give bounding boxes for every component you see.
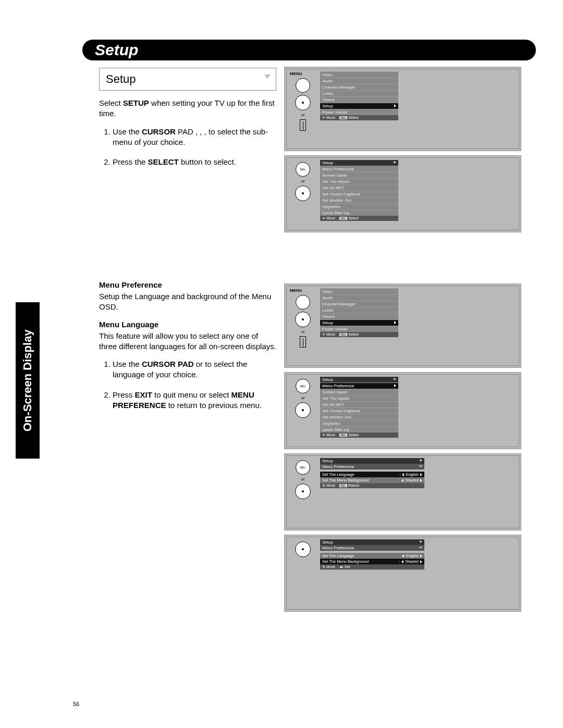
menu-item: Set Closed Captions — [320, 191, 398, 197]
pref-row: Set The Menu Background: Shaded — [320, 559, 424, 564]
arrow-left-icon — [401, 479, 403, 482]
remote-dpad-icon-5 — [295, 484, 311, 499]
menu-item: Set The Inputs — [320, 178, 398, 184]
or-label: or — [290, 113, 316, 117]
menu-item: Timers — [320, 313, 398, 319]
menu-item: Set AV NET — [320, 184, 398, 191]
menu-item: Set The Inputs — [320, 395, 398, 401]
tv-screen-2: SEL or SetupMenu PreferenceScreen SaverS… — [284, 155, 521, 232]
steps-list-1: Use the CURSOR PAD , , , to select the s… — [99, 127, 276, 168]
menu-item: Menu Preference — [320, 382, 398, 389]
menu-header: Setup — [320, 377, 398, 382]
menu-item: Quick Start Up — [320, 209, 398, 216]
menu-item: Screen Saver — [320, 172, 398, 178]
menu-item: Set Monitor Out — [320, 414, 398, 420]
arrow-right-icon — [394, 104, 396, 107]
menu-label: MENU — [290, 71, 316, 76]
menu-item: Channel Manager — [320, 301, 398, 307]
menu-item: Video — [320, 288, 398, 294]
menu-language-heading: Menu Language — [99, 320, 276, 329]
menu-preference-heading: Menu Preference — [99, 280, 276, 289]
arrow-left-icon — [401, 560, 403, 563]
page-header: Setup — [82, 40, 536, 60]
tv-screens-column: MENU or VideoAudioChannel ManagerLocksTi… — [284, 67, 521, 616]
menu-item: Set Closed Captions — [320, 408, 398, 414]
remote-dpad-icon-6 — [295, 541, 311, 557]
menu-item: Set Monitor Out — [320, 197, 398, 203]
arrow-right-icon — [420, 560, 422, 563]
tv-screen-5: SEL or SetupMenu PreferenceSet The Langu… — [284, 453, 521, 530]
remote-menu-button-icon-3 — [296, 295, 310, 310]
remote-dpad-icon-3 — [295, 312, 311, 327]
step2-2: Press EXIT to quit menu or select MENU P… — [113, 390, 276, 411]
menu-item: Screen Saver — [320, 389, 398, 395]
remote-dpad-icon-4 — [295, 402, 311, 418]
menu-footer: ✦ MoveSEL Select — [320, 115, 398, 120]
intro-text: Select SETUP when setting your TV up for… — [99, 98, 276, 119]
menu-item: Setup — [320, 103, 398, 109]
step-2: Press the SELECT button to select. — [113, 157, 276, 167]
menu-preference-text: Setup the Language and background of the… — [99, 291, 276, 313]
side-tab: On-Screen Display — [16, 302, 40, 459]
pref-row: Set The Language: English — [320, 553, 424, 559]
pref-row: Set The Language: English — [320, 472, 424, 477]
menu-item: Setup — [320, 319, 398, 326]
menu-footer: ✦ MoveSEL Select — [320, 332, 398, 337]
menu-item: Menu Preference — [320, 166, 398, 172]
or-label-3: or — [290, 329, 316, 334]
section-title-box: Setup — [99, 68, 276, 91]
menu-footer: ⇅ Move◂▸ Set — [320, 564, 424, 570]
menu-footer: ✦ MoveSEL Select — [320, 216, 398, 221]
header-title: Setup — [95, 41, 138, 59]
menu-header: Setup — [320, 160, 398, 166]
pref-menu-1: SetupMenu PreferenceSet The Language: En… — [320, 458, 424, 488]
menu-item: Upgrades — [320, 420, 398, 426]
remote-menu-button-icon — [296, 78, 310, 93]
menu-item: Video — [320, 71, 398, 78]
tv-screen-1: MENU or VideoAudioChannel ManagerLocksTi… — [284, 67, 521, 151]
triangle-down-icon — [419, 465, 422, 467]
menu-header: Setup — [320, 458, 424, 464]
or-label-5: or — [290, 477, 316, 482]
menu-item: Locks — [320, 307, 398, 313]
step2-1: Use the CURSOR PAD or to select the lang… — [113, 359, 276, 380]
triangle-down-icon — [419, 547, 422, 549]
menu-item: Upgrades — [320, 203, 398, 209]
or-label-2: or — [290, 179, 316, 183]
menu-item: Channel Manager — [320, 84, 398, 90]
arrow-right-icon — [394, 321, 396, 324]
arrow-right-icon — [420, 473, 422, 476]
tv-screen-6: SetupMenu PreferenceSet The Language: En… — [284, 535, 521, 612]
menu-header: Setup — [320, 539, 424, 545]
menu-subheader: Menu Preference — [320, 545, 424, 551]
tv-screen-3: MENU or VideoAudioChannel ManagerLocksTi… — [284, 283, 521, 368]
page-number: 56 — [73, 701, 79, 707]
steps-list-2: Use the CURSOR PAD or to select the lang… — [99, 359, 276, 411]
menu-footer: ⇅ MoveSEL Return — [320, 483, 424, 488]
menu-item: Quick Start Up — [320, 426, 398, 433]
pref-menu-2: SetupMenu PreferenceSet The Language: En… — [320, 539, 424, 570]
remote-select-button-icon-5: SEL — [296, 460, 310, 475]
menu-label-3: MENU — [290, 288, 316, 293]
remote-dpad-icon-2 — [295, 186, 311, 201]
triangle-down-icon — [264, 75, 271, 79]
remote-select-button-icon-4: SEL — [296, 379, 310, 393]
menu-item: Audio — [320, 78, 398, 84]
main-menu-1: VideoAudioChannel ManagerLocksTimersSetu… — [320, 71, 398, 120]
triangle-down-icon — [419, 460, 422, 462]
or-label-4: or — [290, 396, 316, 400]
triangle-down-icon — [393, 378, 396, 380]
setup-menu-1: SetupMenu PreferenceScreen SaverSet The … — [320, 160, 398, 221]
section-title: Setup — [106, 72, 136, 85]
pref-row: Set The Menu Background: Shaded — [320, 477, 424, 483]
menu-item: Audio — [320, 294, 398, 301]
setup-menu-2: SetupMenu PreferenceScreen SaverSet The … — [320, 377, 398, 438]
tv-screen-4: SEL or SetupMenu PreferenceScreen SaverS… — [284, 372, 521, 449]
menu-item: Timers — [320, 96, 398, 103]
remote-rocker-icon-3 — [300, 336, 306, 348]
triangle-down-icon — [393, 162, 396, 164]
menu-language-text: This feature will allow you to select an… — [99, 331, 276, 352]
arrow-right-icon — [420, 554, 422, 558]
menu-footer: ✦ MoveSEL Select — [320, 433, 398, 438]
arrow-left-icon — [402, 473, 404, 476]
